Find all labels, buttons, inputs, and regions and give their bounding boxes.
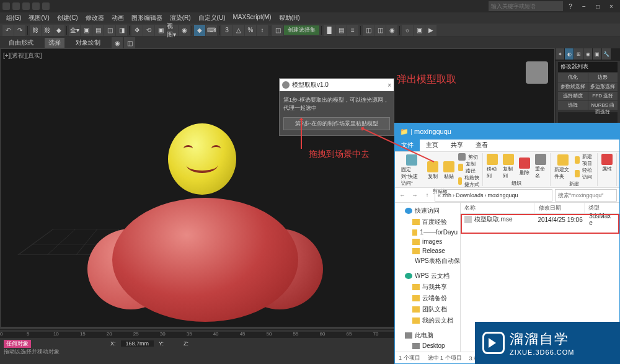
named-selection-dropdown[interactable]: 创建选择集 (284, 25, 319, 35)
rib-newitem[interactable]: 新建项目 (575, 153, 595, 167)
tool-render[interactable]: ▶ (425, 25, 436, 36)
rib-pin[interactable]: 固定到"快速访问" (400, 154, 423, 187)
tree-item[interactable]: 我的云文档 (396, 315, 459, 326)
panel-hierarchy-tab[interactable]: ⊞ (574, 48, 583, 60)
col-date[interactable]: 修改日期 (535, 203, 585, 213)
panel-motion-tab[interactable]: ◉ (583, 48, 592, 60)
rib-properties[interactable]: 属性 (600, 153, 614, 173)
navigation-pane[interactable]: 快速访问 百度经验 1——forDayu images Release WPS表… (395, 203, 461, 352)
tree-item[interactable]: 与我共享 (396, 282, 459, 293)
close-button[interactable]: × (605, 2, 618, 11)
tool-spinner-snap[interactable]: ↕ (257, 25, 268, 36)
minimize-button[interactable]: − (578, 2, 590, 11)
tool-percent-snap[interactable]: % (245, 25, 256, 36)
menu-modifiers[interactable]: 修改器 (82, 12, 108, 24)
tree-item[interactable]: Desktop (396, 341, 459, 350)
dialog-close-button[interactable]: × (388, 82, 391, 89)
tree-item[interactable]: Release (396, 246, 459, 255)
mode-freeform[interactable]: 自由形式 (5, 38, 37, 48)
tool-redo[interactable]: ↷ (14, 25, 25, 36)
tree-item[interactable]: 1——forDayu (396, 228, 459, 237)
titlebar-btn[interactable] (12, 2, 20, 10)
tool-angle-snap[interactable]: △ (233, 25, 244, 36)
tool-material[interactable]: ◉ (386, 25, 397, 36)
panel-btn[interactable]: 参数线选择 (558, 82, 588, 91)
help-icon[interactable]: ? (564, 2, 577, 11)
ribbon-tab-view[interactable]: 查看 (469, 140, 494, 151)
nav-up[interactable]: ↑ (422, 190, 432, 200)
viewport-label[interactable]: [+][透视][真实] (3, 51, 42, 60)
tree-item[interactable]: images (396, 237, 459, 246)
panel-btn[interactable]: 选择精度 (558, 92, 588, 100)
tool-layers[interactable]: ≡ (347, 25, 358, 36)
tree-wps-cloud[interactable]: WPS 云文档 (396, 270, 459, 282)
titlebar-btn[interactable] (22, 2, 30, 10)
rib-newfolder[interactable]: 新建文件夹 (553, 154, 572, 180)
tool-move[interactable]: ✥ (131, 25, 143, 36)
rib-rename[interactable]: 重命名 (534, 153, 547, 180)
explorer-titlebar[interactable]: 📁 | moxingququ (395, 123, 619, 140)
rib-moveto[interactable]: 移动到 (485, 153, 499, 180)
path-breadcrumb[interactable]: « zhh› Downloads› moxingququ (435, 189, 552, 202)
menu-animation[interactable]: 动画 (108, 12, 128, 24)
tool-undo[interactable]: ↶ (2, 25, 14, 36)
panel-display-tab[interactable]: ▣ (593, 48, 601, 60)
tool-select-name[interactable]: ▤ (92, 25, 104, 36)
mode-icon[interactable]: ◉ (112, 37, 123, 48)
tool-select[interactable]: ▣ (81, 25, 92, 36)
tool-manipulate[interactable]: ◆ (194, 25, 205, 36)
tool-ref-coord[interactable]: 视图▾ (167, 25, 178, 36)
rib-paste-shortcut[interactable]: 粘贴快捷方式 (458, 174, 480, 188)
panel-btn[interactable]: FFD 选择 (588, 92, 618, 100)
nav-forward[interactable]: → (410, 190, 420, 200)
panel-btn[interactable]: 边形 (588, 73, 618, 82)
rib-paste[interactable]: 粘贴 (442, 161, 456, 180)
col-type[interactable]: 类型 (585, 203, 619, 213)
tool-render-setup[interactable]: ☼ (402, 25, 413, 36)
tool-unlink[interactable]: ⛓ (42, 25, 53, 36)
tool-align[interactable]: ▤ (335, 25, 347, 36)
tool-mirror[interactable]: ▐▌ (324, 25, 335, 36)
explorer-search[interactable] (555, 189, 617, 202)
menu-view[interactable]: 视图(V) (25, 12, 53, 24)
mode-object-paint[interactable]: 对象绘制 (72, 38, 104, 48)
tool-select-region[interactable]: ◫ (104, 25, 115, 36)
nav-back[interactable]: ← (397, 190, 407, 200)
tool-snap[interactable]: 3 (221, 25, 232, 36)
tool-scale[interactable]: ▣ (155, 25, 166, 36)
tool-window-crossing[interactable]: ◨ (116, 25, 127, 36)
ribbon-tab-home[interactable]: 主页 (420, 140, 445, 151)
modifier-list[interactable]: 修改器列表 (558, 62, 618, 72)
tool-select-filter[interactable]: 全▾ (69, 25, 80, 36)
col-name[interactable]: 名称 (461, 203, 535, 213)
tree-item[interactable]: 云端备份 (396, 293, 459, 304)
menu-create[interactable]: 创建(C) (53, 12, 82, 24)
tool-pivot[interactable]: ◉ (179, 25, 190, 36)
tool-rotate[interactable]: ⟲ (143, 25, 154, 36)
menu-maxscript[interactable]: MAXScript(M) (229, 12, 275, 24)
tree-this-pc[interactable]: 此电脑 (396, 330, 459, 341)
tree-item[interactable]: 百度经验 (396, 216, 459, 228)
viewcube[interactable] (526, 61, 548, 84)
coord-x[interactable]: 168.7mm (121, 340, 154, 347)
menu-customize[interactable]: 自定义(U) (195, 12, 229, 24)
help-search[interactable] (489, 1, 563, 11)
panel-create-tab[interactable]: ✦ (556, 48, 564, 60)
titlebar-btn[interactable] (42, 2, 50, 10)
mode-icon[interactable]: ◫ (124, 37, 135, 48)
titlebar-btn[interactable] (32, 2, 40, 10)
panel-btn[interactable]: 选择 (558, 101, 588, 110)
panel-btn[interactable]: 优化 (558, 73, 588, 82)
tool-edit-named-sel[interactable]: ◫ (272, 25, 283, 36)
maximize-button[interactable]: □ (591, 2, 604, 11)
tool-bind[interactable]: ◆ (53, 25, 64, 36)
tree-item[interactable]: 团队文档 (396, 304, 459, 315)
tool-link[interactable]: ⛓ (30, 25, 41, 36)
tree-quick-access[interactable]: 快速访问 (396, 205, 459, 216)
panel-utilities-tab[interactable]: 🔧 (602, 48, 611, 60)
tool-schematic[interactable]: ◫ (374, 25, 386, 36)
rib-delete[interactable]: 删除 (518, 157, 531, 177)
dialog-titlebar[interactable]: 模型取取v1.0 × (280, 79, 394, 91)
menu-help[interactable]: 帮助(H) (275, 12, 304, 24)
tree-item[interactable]: 视频 (396, 350, 459, 352)
